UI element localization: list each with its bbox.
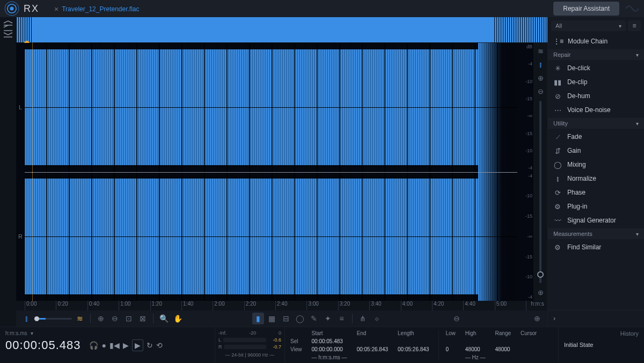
zoom-selection-icon[interactable]: ⊡ xyxy=(123,313,135,324)
module-signal-generator[interactable]: 〰Signal Generator xyxy=(548,213,644,227)
invert-select-icon[interactable]: ⟐ xyxy=(371,313,383,324)
gain-icon: ⇵ xyxy=(553,146,562,155)
zoom-fit-icon[interactable]: ⊠ xyxy=(137,313,149,324)
close-tab-icon[interactable]: × xyxy=(54,5,58,13)
module-normalize[interactable]: ⫿Normalize xyxy=(548,172,644,186)
overview-waveform[interactable] xyxy=(16,17,547,43)
phase-icon: ⟳ xyxy=(553,188,562,197)
meter-l-peak: -0.6 xyxy=(268,337,281,343)
fade-icon: ⟋ xyxy=(553,132,562,141)
de-click-icon: ✳ xyxy=(553,64,562,72)
channel-right-label: R xyxy=(16,172,25,301)
meter-r-peak: -0.7 xyxy=(268,344,281,350)
history-entry[interactable]: Initial State xyxy=(564,340,639,350)
brush-select-icon[interactable]: ✎ xyxy=(308,313,320,324)
deselect-icon[interactable]: ⋔ xyxy=(357,313,369,324)
meter-r-label: R xyxy=(218,344,222,350)
category-measurements[interactable]: Measurements▾ xyxy=(548,228,644,239)
wand-select-icon[interactable]: ✦ xyxy=(322,313,334,324)
zoom-reset-vertical-icon[interactable]: ⊕ xyxy=(538,288,544,297)
spectrogram-toggle-icon[interactable]: ≋ xyxy=(538,47,544,55)
de-clip-icon: ▮▮ xyxy=(553,78,562,86)
waveform-view-icon[interactable]: ⫿ xyxy=(539,61,543,69)
category-utility[interactable]: Utility▾ xyxy=(548,118,644,129)
file-tab-label: Traveler_12_Pretender.flac xyxy=(62,5,139,13)
view-end-value[interactable]: 00:05:26.843 xyxy=(357,346,388,352)
lasso-select-icon[interactable]: ◯ xyxy=(294,313,306,324)
module-de-clip[interactable]: ▮▮De-clip xyxy=(548,75,644,89)
sel-start-value[interactable]: 00:00:05.483 xyxy=(312,338,347,344)
freq-low-value[interactable]: 0 xyxy=(445,346,455,352)
voice-denoise-icon: ⋯ xyxy=(553,106,562,114)
view-length-value[interactable]: 00:05:26.843 xyxy=(398,346,429,352)
level-meter-left xyxy=(223,338,266,342)
sidebar-expand-icon[interactable]: › xyxy=(548,310,644,327)
collapse-top-icon[interactable] xyxy=(3,20,13,28)
row-sel-label: Sel xyxy=(290,338,302,344)
zoom-out-vertical-icon[interactable]: ⊖ xyxy=(538,87,544,95)
svg-point-0 xyxy=(10,7,14,11)
current-time: 00:00:05.483 xyxy=(5,338,80,352)
grab-tool-icon[interactable]: ✋ xyxy=(172,313,184,324)
plugin-icon: ⚙ xyxy=(553,202,562,211)
main-waveform[interactable] xyxy=(25,43,517,301)
freq-select-icon[interactable]: ⊟ xyxy=(280,313,292,324)
file-tab[interactable]: × Traveler_12_Pretender.flac xyxy=(48,1,146,17)
repair-assistant-button[interactable]: Repair Assistant xyxy=(553,2,619,16)
rewind-icon[interactable]: ▮◀ xyxy=(109,341,120,350)
zoom-in-vertical-icon[interactable]: ⊕ xyxy=(538,74,544,82)
app-name: RX xyxy=(24,3,39,14)
timeline-ruler[interactable]: 0:000:200:401:001:201:402:002:202:403:00… xyxy=(16,301,547,310)
module-menu-icon[interactable]: ≡ xyxy=(628,20,641,31)
db-scale: dB -4-10-15-∞-15-10-4 -4-10-15-∞-15-10-4 xyxy=(517,43,533,301)
module-fade[interactable]: ⟋Fade xyxy=(548,130,644,144)
audio-format: 24-bit | 96000 Hz xyxy=(231,352,268,358)
find-similar-icon: ⚙ xyxy=(553,243,562,251)
module-gain[interactable]: ⇵Gain xyxy=(548,144,644,158)
time-select-icon[interactable]: ▮ xyxy=(252,313,264,324)
freq-high-value[interactable]: 48000 xyxy=(465,346,486,352)
loop-icon[interactable]: ↻ xyxy=(147,341,153,350)
module-phase[interactable]: ⟳Phase xyxy=(548,186,644,199)
history-title: History xyxy=(564,330,639,337)
zoom-out-icon[interactable]: ⊖ xyxy=(109,313,121,324)
module-de-click[interactable]: ✳De-click xyxy=(548,61,644,75)
collapse-bottom-icon[interactable] xyxy=(3,30,13,38)
playhead-line xyxy=(32,43,33,301)
freq-range-value[interactable]: 48000 xyxy=(495,346,511,352)
module-filter-dropdown[interactable]: All▾ xyxy=(551,20,626,31)
waveform-toggle-icon[interactable] xyxy=(625,1,640,16)
play-icon[interactable]: ▶ xyxy=(123,341,129,350)
normalize-icon: ⫿ xyxy=(553,174,562,183)
opacity-slider[interactable] xyxy=(34,318,72,320)
module-de-hum[interactable]: ⊘De-hum xyxy=(548,89,644,103)
vertical-zoom-slider[interactable] xyxy=(539,101,541,283)
time-format-chevron-icon[interactable]: ▾ xyxy=(31,330,33,336)
harmonic-select-icon[interactable]: ≡ xyxy=(336,313,348,324)
signal-gen-icon: 〰 xyxy=(553,216,562,225)
record-icon[interactable]: ● xyxy=(101,341,106,350)
time-format-label[interactable]: h:m:s.ms xyxy=(5,330,27,336)
category-repair[interactable]: Repair▾ xyxy=(548,49,644,60)
play-selection-icon[interactable]: ▶ xyxy=(132,339,143,351)
module-voice-denoise[interactable]: ⋯Voice De-noise xyxy=(548,103,644,117)
row-view-label: View xyxy=(290,346,302,352)
zoom-out-h-icon[interactable]: ⊖ xyxy=(451,313,463,324)
zoom-tool-icon[interactable]: 🔍 xyxy=(158,313,170,324)
channel-left-label: L xyxy=(16,43,25,172)
meter-l-label: L xyxy=(218,337,221,343)
zoom-in-h-icon[interactable]: ⊕ xyxy=(531,313,543,324)
app-logo-icon xyxy=(4,1,19,16)
time-freq-select-icon[interactable]: ▦ xyxy=(266,313,278,324)
zoom-in-icon[interactable]: ⊕ xyxy=(95,313,107,324)
headphones-icon[interactable]: 🎧 xyxy=(89,341,98,350)
loop-mode-icon[interactable]: ⟲ xyxy=(156,341,163,350)
de-hum-icon: ⊘ xyxy=(553,92,562,100)
view-start-value[interactable]: 00:00:00.000 xyxy=(312,346,347,352)
waveform-display-icon[interactable]: ⫿ xyxy=(20,313,32,324)
module-mixing[interactable]: ◯Mixing xyxy=(548,158,644,172)
module-chain-button[interactable]: ⋮≡Module Chain xyxy=(548,34,644,48)
spectrogram-display-icon[interactable]: ≋ xyxy=(74,313,86,324)
module-plugin[interactable]: ⚙Plug-in xyxy=(548,199,644,213)
module-find-similar[interactable]: ⚙Find Similar xyxy=(548,240,644,254)
